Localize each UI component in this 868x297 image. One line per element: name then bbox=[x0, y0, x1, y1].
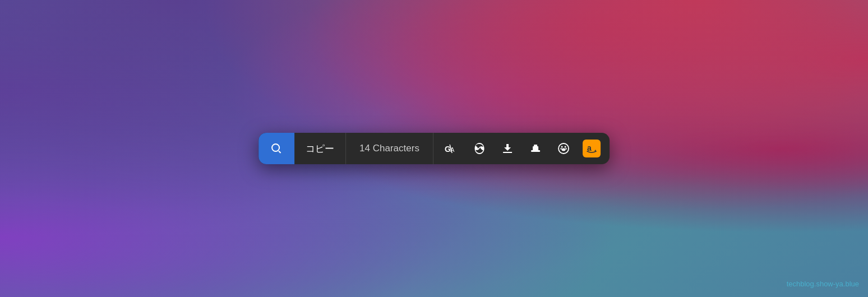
svg-point-8 bbox=[564, 146, 566, 148]
google-translate-icon: G A bbox=[445, 142, 458, 155]
copy-button[interactable]: コピー bbox=[294, 133, 346, 164]
char-count-display: 14 Characters bbox=[346, 133, 433, 164]
watermark: techblog.show-ya.blue bbox=[787, 280, 859, 288]
google-translate-button[interactable]: G A bbox=[438, 135, 465, 162]
svg-point-10 bbox=[560, 148, 561, 149]
svg-text:a: a bbox=[587, 143, 592, 152]
watermark-text: techblog.show-ya.blue bbox=[787, 280, 859, 288]
svg-point-11 bbox=[565, 148, 566, 149]
amazon-icon: a bbox=[583, 140, 601, 157]
alfred-icon bbox=[529, 142, 542, 155]
paw-button[interactable] bbox=[550, 135, 577, 162]
copy-label: コピー bbox=[306, 142, 334, 155]
svg-marker-13 bbox=[594, 150, 596, 151]
arc-icon bbox=[473, 142, 486, 155]
svg-rect-4 bbox=[531, 150, 540, 152]
svg-rect-5 bbox=[534, 145, 537, 147]
toolbar-icons: G A bbox=[433, 133, 610, 164]
search-icon bbox=[270, 142, 283, 155]
paw-icon bbox=[557, 142, 570, 155]
amazon-button[interactable]: a bbox=[578, 135, 605, 162]
download-button[interactable] bbox=[494, 135, 521, 162]
svg-point-9 bbox=[561, 148, 565, 151]
svg-point-7 bbox=[561, 146, 562, 148]
download-icon bbox=[501, 142, 514, 155]
svg-rect-3 bbox=[533, 146, 538, 151]
alfred-button[interactable] bbox=[522, 135, 549, 162]
toolbar: コピー 14 Characters G A bbox=[258, 133, 610, 164]
arc-button[interactable] bbox=[466, 135, 493, 162]
char-count-text: 14 Characters bbox=[359, 143, 419, 154]
search-button[interactable] bbox=[258, 133, 294, 164]
